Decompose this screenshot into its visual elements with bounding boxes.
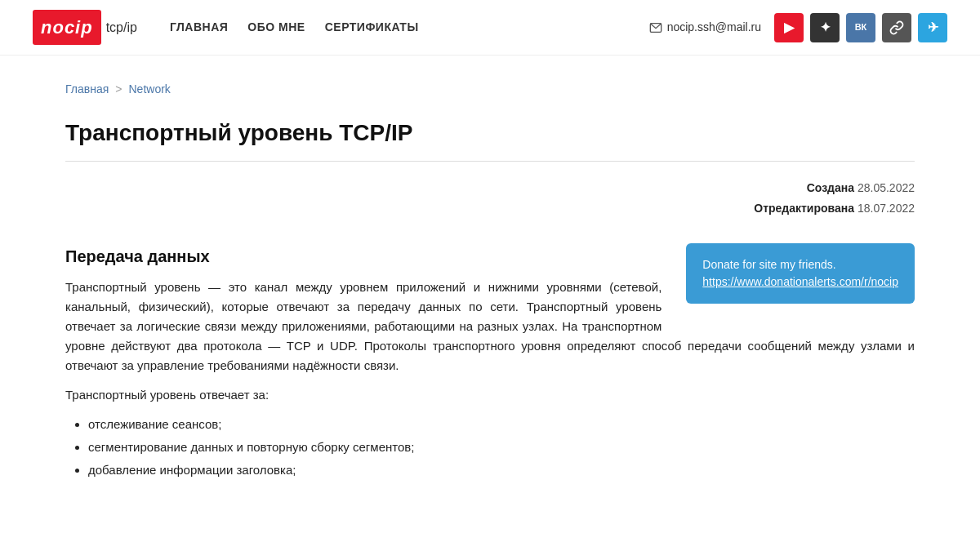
site-header: nocip tcp/ip ГЛАВНАЯ ОБО МНЕ СЕРТИФИКАТЫ… bbox=[0, 0, 980, 56]
created-label: Создана bbox=[807, 181, 854, 194]
boosty-button[interactable]: ✦ bbox=[810, 13, 840, 42]
email-icon bbox=[649, 21, 662, 34]
main-content: Главная > Network Транспортный уровень T… bbox=[33, 56, 947, 516]
donate-text: Donate for site my friends. bbox=[702, 258, 835, 271]
edited-label: Отредактирована bbox=[754, 202, 854, 215]
list-item: сегментирование данных и повторную сборк… bbox=[88, 438, 915, 457]
donate-link[interactable]: https://www.donationalerts.com/r/nocip bbox=[702, 275, 898, 288]
breadcrumb-home[interactable]: Главная bbox=[65, 80, 109, 98]
created-date-row: Создана 28.05.2022 bbox=[65, 178, 915, 198]
logo-nocip: nocip bbox=[33, 10, 101, 45]
vk-button[interactable]: ВК bbox=[846, 13, 875, 42]
link-button[interactable] bbox=[882, 13, 911, 42]
breadcrumb-separator: > bbox=[115, 80, 122, 98]
list-item: отслеживание сеансов; bbox=[88, 415, 915, 434]
article-body: Donate for site my friends. https://www.… bbox=[65, 243, 915, 483]
email-address: nocip.ssh@mail.ru bbox=[667, 18, 761, 36]
logo-tcpip: tcp/ip bbox=[106, 17, 137, 38]
chain-icon bbox=[889, 20, 904, 35]
nav-home[interactable]: ГЛАВНАЯ bbox=[170, 18, 228, 36]
email-link[interactable]: nocip.ssh@mail.ru bbox=[649, 18, 761, 36]
breadcrumb: Главная > Network bbox=[65, 80, 915, 98]
main-nav: ГЛАВНАЯ ОБО МНЕ СЕРТИФИКАТЫ bbox=[170, 18, 649, 36]
edited-date-row: Отредактирована 18.07.2022 bbox=[65, 198, 915, 219]
section1-para2: Транспортный уровень отвечает за: bbox=[65, 385, 915, 405]
created-date: 28.05.2022 bbox=[858, 181, 915, 194]
youtube-button[interactable]: ▶ bbox=[774, 13, 804, 42]
list-item: добавление информации заголовка; bbox=[88, 460, 915, 480]
nav-certs[interactable]: СЕРТИФИКАТЫ bbox=[325, 18, 419, 36]
logo-link[interactable]: nocip tcp/ip bbox=[33, 10, 137, 45]
header-right: nocip.ssh@mail.ru ▶ ✦ ВК ✈ bbox=[649, 13, 947, 42]
title-divider bbox=[65, 161, 915, 162]
section1-list: отслеживание сеансов; сегментирование да… bbox=[88, 415, 915, 480]
nav-about[interactable]: ОБО МНЕ bbox=[247, 18, 305, 36]
breadcrumb-current[interactable]: Network bbox=[128, 80, 170, 98]
edited-date: 18.07.2022 bbox=[858, 202, 915, 215]
meta-dates: Создана 28.05.2022 Отредактирована 18.07… bbox=[65, 178, 915, 219]
social-icons: ▶ ✦ ВК ✈ bbox=[774, 13, 947, 42]
page-title: Транспортный уровень TCP/IP bbox=[65, 118, 915, 148]
telegram-button[interactable]: ✈ bbox=[918, 13, 947, 42]
donate-box: Donate for site my friends. https://www.… bbox=[686, 243, 915, 304]
